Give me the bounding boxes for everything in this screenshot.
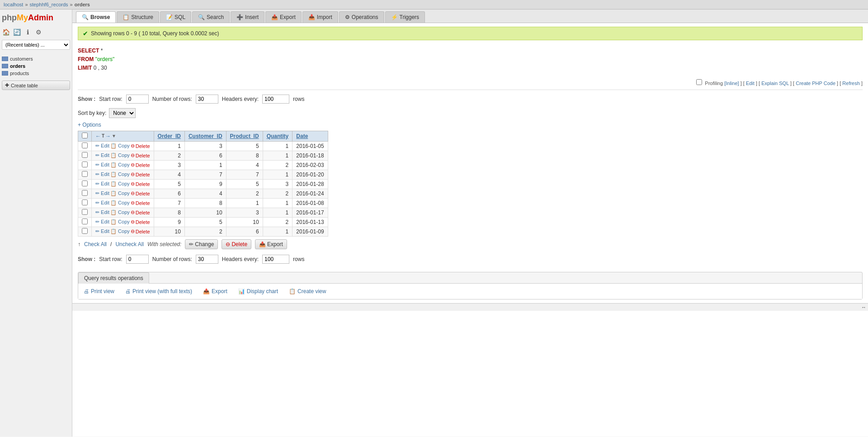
change-button[interactable]: ✏ Change	[185, 239, 218, 249]
delete-link-2[interactable]: ⊖ Delete	[131, 152, 150, 158]
delete-link-9[interactable]: ⊖ Delete	[131, 219, 150, 225]
delete-link-7[interactable]: ⊖ Delete	[131, 200, 150, 206]
tab-insert[interactable]: ➕ Insert	[231, 11, 264, 23]
num-rows-input-top[interactable]	[196, 95, 218, 104]
tab-structure[interactable]: 📋 Structure	[117, 11, 159, 23]
export-button[interactable]: 📤 Export	[255, 239, 287, 249]
options-link[interactable]: + Options	[78, 122, 863, 128]
headers-input-bottom[interactable]	[262, 255, 289, 264]
divider1	[78, 90, 863, 90]
row-checkbox-9[interactable]	[82, 218, 88, 224]
delete-link-5[interactable]: ⊖ Delete	[131, 181, 150, 187]
settings-icon[interactable]: ⚙	[34, 28, 42, 36]
export-results-link[interactable]: 📤 Export	[203, 288, 227, 294]
delete-link-1[interactable]: ⊖ Delete	[131, 143, 150, 149]
edit-link-6[interactable]: ✏ Edit	[95, 190, 109, 196]
show-label-top: Show :	[78, 96, 95, 102]
edit-link-10[interactable]: ✏ Edit	[95, 228, 109, 234]
row-checkbox-3[interactable]	[82, 162, 88, 167]
display-chart-link[interactable]: 📊 Display chart	[238, 288, 278, 294]
breadcrumb-db[interactable]: stephhf6_records	[30, 2, 68, 7]
delete-link-3[interactable]: ⊖ Delete	[131, 162, 150, 168]
headers-input-top[interactable]	[262, 95, 289, 104]
col-header-customer-id[interactable]: Customer_ID	[184, 131, 226, 141]
copy-link-5[interactable]: 📋 Copy	[110, 181, 130, 187]
copy-link-2[interactable]: 📋 Copy	[110, 152, 130, 158]
row-checkbox-4[interactable]	[82, 171, 88, 177]
breadcrumb-localhost[interactable]: localhost	[4, 2, 23, 7]
col-header-order-id[interactable]: Order_ID	[154, 131, 184, 141]
sidebar-item-products[interactable]: products	[2, 70, 70, 77]
edit-link-5[interactable]: ✏ Edit	[95, 181, 109, 187]
create-php-link[interactable]: Create PHP Code	[796, 81, 835, 86]
tab-triggers[interactable]: ⚡ Triggers	[385, 11, 425, 23]
create-table-button[interactable]: ✚ Create table	[2, 81, 70, 90]
edit-link-1[interactable]: ✏ Edit	[95, 143, 109, 149]
col-header-quantity[interactable]: Quantity	[263, 131, 292, 141]
row-checkbox-1[interactable]	[82, 142, 88, 148]
cell-row4-col4: 2016-01-20	[292, 170, 328, 179]
edit-link-3[interactable]: ✏ Edit	[95, 162, 109, 168]
sidebar-item-orders[interactable]: orders	[2, 62, 70, 70]
print-view-link[interactable]: 🖨 Print view	[84, 288, 114, 294]
nav-arrow-right[interactable]: →	[105, 133, 111, 139]
row-checkbox-2[interactable]	[82, 152, 88, 158]
recent-tables-select[interactable]: (Recent tables) ...	[2, 40, 70, 50]
copy-link-10[interactable]: 📋 Copy	[110, 228, 130, 234]
tab-operations[interactable]: ⚙ Operations	[339, 11, 384, 23]
copy-link-6[interactable]: 📋 Copy	[110, 190, 130, 196]
sort-select[interactable]: None	[109, 108, 136, 118]
start-row-input-bottom[interactable]	[126, 255, 149, 264]
home-icon[interactable]: 🏠	[2, 28, 10, 36]
edit-link-9[interactable]: ✏ Edit	[95, 219, 109, 225]
cell-row6-col2: 2	[226, 189, 263, 198]
delete-button[interactable]: ⊖ Delete	[222, 239, 251, 249]
tab-sql[interactable]: 📝 SQL	[160, 11, 191, 23]
copy-link-9[interactable]: 📋 Copy	[110, 219, 130, 225]
tab-browse[interactable]: 🔍 Browse	[76, 11, 116, 23]
action-cell-5: ✏ Edit 📋 Copy ⊖ Delete	[92, 179, 154, 189]
row-checkbox-7[interactable]	[82, 200, 88, 205]
delete-link-6[interactable]: ⊖ Delete	[131, 190, 150, 196]
profiling-inline-link[interactable]: [Inline]	[724, 81, 739, 86]
start-row-input-top[interactable]	[126, 95, 149, 104]
row-checkbox-10[interactable]	[82, 228, 88, 234]
row-checkbox-8[interactable]	[82, 209, 88, 215]
num-rows-input-bottom[interactable]	[196, 255, 218, 264]
refresh-link[interactable]: Refresh	[842, 81, 860, 86]
tab-export[interactable]: 📤 Export	[265, 11, 302, 23]
tab-search[interactable]: 🔍 Search	[192, 11, 230, 23]
edit-link-7[interactable]: ✏ Edit	[95, 200, 109, 206]
copy-link-4[interactable]: 📋 Copy	[110, 171, 130, 177]
row-checkbox-5[interactable]	[82, 180, 88, 186]
edit-link-2[interactable]: ✏ Edit	[95, 152, 109, 158]
row-checkbox-6[interactable]	[82, 190, 88, 196]
info-icon[interactable]: ℹ	[24, 28, 32, 36]
select-all-checkbox[interactable]	[82, 133, 88, 138]
col-header-product-id[interactable]: Product_ID	[226, 131, 263, 141]
copy-link-8[interactable]: 📋 Copy	[110, 209, 130, 215]
create-view-link[interactable]: 📋 Create view	[289, 288, 326, 294]
edit-link[interactable]: Edit	[746, 81, 755, 86]
edit-link-4[interactable]: ✏ Edit	[95, 171, 109, 177]
delete-link-10[interactable]: ⊖ Delete	[131, 228, 150, 234]
delete-link-8[interactable]: ⊖ Delete	[131, 209, 150, 215]
col-header-date[interactable]: Date	[292, 131, 328, 141]
nav-arrow-left[interactable]: ←	[95, 133, 101, 139]
reload-icon[interactable]: 🔄	[13, 28, 21, 36]
copy-link-3[interactable]: 📋 Copy	[110, 162, 130, 168]
tab-import[interactable]: 📥 Import	[302, 11, 338, 23]
cell-row1-col3: 1	[263, 141, 292, 151]
table-body: ✏ Edit 📋 Copy ⊖ Delete 13512016-01-05 ✏ …	[78, 141, 328, 236]
copy-link-7[interactable]: 📋 Copy	[110, 200, 130, 206]
profiling-bar: Profiling [Inline] ] [ Edit ] [ Explain …	[78, 77, 863, 88]
sidebar-item-customers[interactable]: customers	[2, 55, 70, 62]
check-all-link[interactable]: Check All	[84, 241, 107, 247]
explain-sql-link[interactable]: Explain SQL	[761, 81, 789, 86]
delete-link-4[interactable]: ⊖ Delete	[131, 171, 150, 177]
print-view-full-link[interactable]: 🖨 Print view (with full texts)	[125, 288, 192, 294]
profiling-checkbox[interactable]	[696, 79, 702, 85]
edit-link-8[interactable]: ✏ Edit	[95, 209, 109, 215]
uncheck-all-link[interactable]: Uncheck All	[115, 241, 144, 247]
copy-link-1[interactable]: 📋 Copy	[110, 143, 130, 149]
